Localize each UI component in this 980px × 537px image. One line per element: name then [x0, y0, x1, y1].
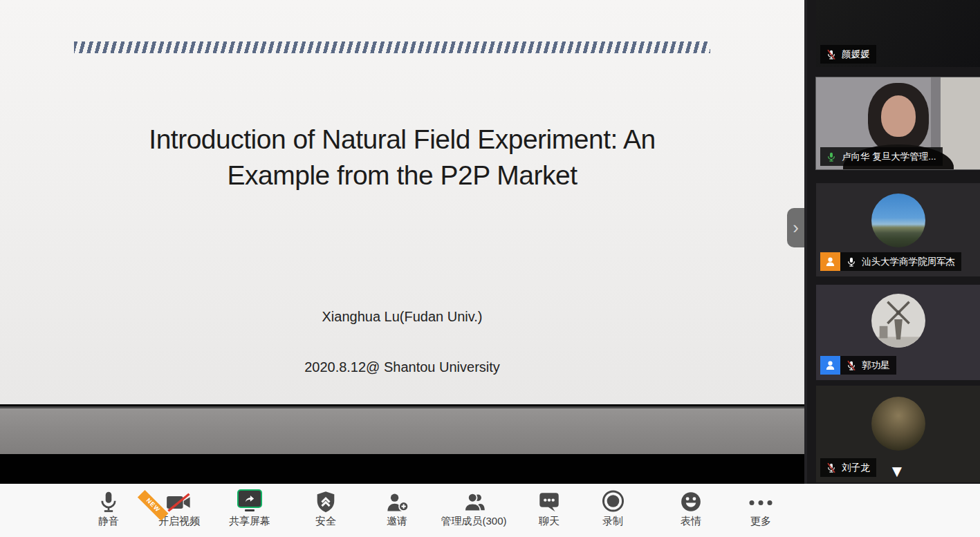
- mic-on-icon: [846, 256, 857, 267]
- participant-name-bar: 颜媛媛: [820, 45, 876, 64]
- presentation-slide: Introduction of Natural Field Experiment…: [0, 0, 804, 404]
- slide-decorative-stripes: [74, 41, 710, 53]
- microphone-icon: [98, 491, 119, 513]
- mic-muted-icon: [826, 49, 837, 60]
- avatar: [871, 294, 925, 348]
- slide-title: Introduction of Natural Field Experiment…: [0, 122, 804, 194]
- participant-tile-video[interactable]: 卢向华 复旦大学管理...: [816, 77, 980, 169]
- meeting-toolbar: 静音 ▲ 开启视频 ▲: [0, 484, 980, 537]
- next-slide-tab[interactable]: ›: [787, 208, 804, 247]
- camera-background-band: [0, 406, 804, 454]
- slide-author: Xianghua Lu(Fudan Univ.): [0, 309, 804, 325]
- participant-name-bar: 汕头大学商学院周军杰: [840, 252, 961, 271]
- mic-muted-icon: [826, 462, 837, 473]
- participants-sidebar: 颜媛媛 卢向华 复旦大学管理...: [807, 0, 980, 484]
- ellipsis-icon: [750, 492, 773, 513]
- mute-button[interactable]: 静音: [98, 488, 119, 528]
- mic-muted-icon: [846, 360, 857, 371]
- letterbox-band: [0, 454, 804, 484]
- shared-screen-area: Introduction of Natural Field Experiment…: [0, 0, 807, 484]
- participant-name-bar: 卢向华 复旦大学管理...: [820, 147, 943, 166]
- record-label: 录制: [602, 515, 623, 528]
- scroll-down-icon[interactable]: ▼: [889, 463, 905, 480]
- participant-name: 汕头大学商学院周军杰: [862, 256, 955, 268]
- more-label: 更多: [750, 515, 771, 528]
- participant-name: 郭功星: [862, 359, 890, 372]
- person-icon: [824, 359, 836, 371]
- meeting-window: Introduction of Natural Field Experiment…: [0, 0, 980, 537]
- participant-tile[interactable]: 郭功星: [816, 285, 980, 380]
- participant-name: 刘子龙: [842, 462, 870, 474]
- windmill-image: [871, 294, 925, 348]
- participant-name: 卢向华 复旦大学管理...: [842, 151, 936, 163]
- participant-name-bar: 郭功星: [840, 356, 896, 375]
- record-button[interactable]: 录制 NEW: [123, 488, 980, 528]
- more-button[interactable]: 更多: [750, 488, 773, 528]
- new-badge: NEW: [138, 490, 169, 521]
- person-icon: [824, 256, 836, 267]
- mic-active-icon: [826, 151, 837, 162]
- participant-name: 颜媛媛: [842, 48, 870, 61]
- slide-date-venue: 2020.8.12@ Shantou University: [0, 359, 804, 375]
- participant-tile[interactable]: 汕头大学商学院周军杰: [816, 183, 980, 276]
- avatar: [871, 397, 925, 451]
- participant-tile[interactable]: 颜媛媛: [816, 0, 980, 67]
- chevron-right-icon: ›: [793, 217, 799, 238]
- slide-title-line2: Example from the P2P Market: [0, 158, 804, 194]
- mute-label: 静音: [98, 515, 119, 528]
- speaker-face: [881, 95, 916, 137]
- hand-raised-badge-blue: [820, 356, 840, 375]
- slide-title-line1: Introduction of Natural Field Experiment…: [0, 122, 804, 158]
- emoji-button[interactable]: 表情: [680, 488, 702, 528]
- avatar: [871, 194, 925, 247]
- emoji-label: 表情: [681, 515, 701, 528]
- smiley-icon: [680, 491, 702, 513]
- record-icon: [601, 489, 625, 513]
- hand-raised-badge-orange: [820, 252, 840, 271]
- participant-name-bar: 刘子龙: [820, 458, 876, 477]
